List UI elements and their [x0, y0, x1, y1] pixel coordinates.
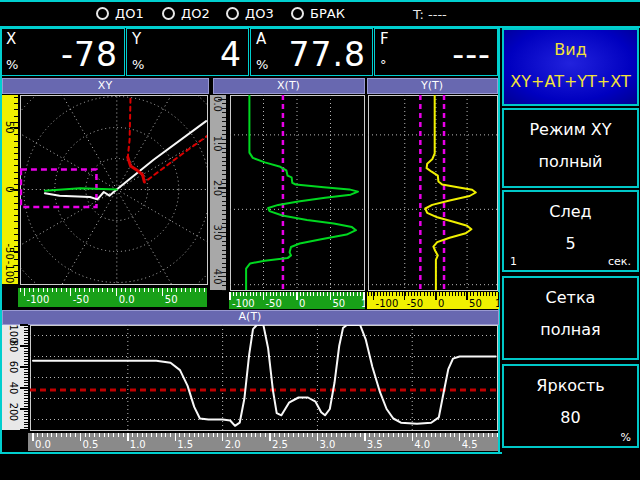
- readout-y: Y % 4: [126, 28, 249, 76]
- at-panel: A(T)1008060402000.00.51.01.52.02.53.03.5…: [0, 310, 502, 455]
- sidebar-button-view-value: XY+AT+YT+XT: [504, 72, 637, 91]
- sidebar-button-brightness[interactable]: Яркость 80 %: [502, 364, 639, 448]
- top-border-line: [0, 0, 640, 2]
- sidebar-button-brightness-title: Яркость: [504, 376, 637, 395]
- sidebar-button-view-title: Вид: [504, 40, 637, 59]
- readout-f: F ° ---: [374, 28, 498, 76]
- svg-text:40: 40: [8, 382, 19, 395]
- sidebar-button-mode-xy-value: полный: [504, 152, 637, 171]
- svg-text:3.0: 3.0: [212, 224, 223, 240]
- readout-f-value: ---: [452, 35, 491, 75]
- sidebar-button-grid[interactable]: Сетка полная: [502, 276, 639, 360]
- svg-text:1.0: 1.0: [212, 136, 223, 152]
- readout-f-name: F: [380, 30, 389, 48]
- indicator-do1: ДО1: [96, 6, 144, 21]
- at-bottom-ruler: 0.00.51.01.52.02.53.03.54.04.5: [28, 433, 498, 451]
- sidebar-button-trace-value: 5: [504, 234, 637, 253]
- svg-text:4.0: 4.0: [414, 439, 430, 450]
- svg-text:0.0: 0.0: [119, 294, 135, 305]
- svg-text:0.5: 0.5: [82, 439, 98, 450]
- svg-text:4.5: 4.5: [462, 439, 478, 450]
- xy-left-ruler: 500-50-100: [2, 95, 18, 284]
- readout-x: X % -78: [0, 28, 125, 76]
- svg-text:3.5: 3.5: [367, 439, 383, 450]
- sidebar-button-trace-min: 1: [510, 255, 517, 268]
- indicator-brak: БРАК: [291, 6, 345, 21]
- at-left-ruler: 100806040200: [2, 324, 28, 430]
- svg-text:-50: -50: [266, 298, 282, 309]
- indicator-lamp-do1-icon: [96, 7, 109, 20]
- xy-title: XY: [98, 79, 113, 92]
- indicator-label-do3: ДО3: [245, 6, 274, 21]
- svg-text:1.5: 1.5: [177, 439, 193, 450]
- svg-text:50: 50: [333, 298, 346, 309]
- svg-text:20: 20: [8, 403, 19, 416]
- sidebar-button-view[interactable]: Вид XY+AT+YT+XT: [502, 28, 639, 106]
- sidebar-button-mode-xy[interactable]: Режим XY полный: [502, 108, 639, 188]
- svg-text:50: 50: [165, 294, 178, 305]
- indicator-lamp-do3-icon: [226, 7, 239, 20]
- sidebar-button-trace[interactable]: След 5 1 сек.: [502, 190, 639, 272]
- xt-title: X(T): [277, 79, 300, 92]
- svg-text:0.0: 0.0: [212, 96, 223, 112]
- readout-a-name: A: [256, 30, 266, 48]
- sidebar-button-trace-unit: сек.: [608, 255, 631, 268]
- svg-text:0: 0: [438, 298, 444, 309]
- xt-bottom-ruler: -100-50050100: [229, 292, 366, 309]
- readout-x-unit: %: [6, 57, 18, 72]
- svg-text:-100: -100: [232, 298, 255, 309]
- svg-text:100: 100: [495, 298, 500, 309]
- svg-text:-50: -50: [407, 298, 423, 309]
- sidebar-button-brightness-value: 80: [504, 408, 637, 427]
- timer-display: T: ----: [413, 7, 447, 22]
- svg-text:0: 0: [4, 186, 15, 192]
- bottom-menu-bar: ГЕНЕРАТОР ПРИЕМНИК ИЗМЕРЕНИЕ АСД ЭКРАН: [0, 454, 640, 480]
- svg-text:1.0: 1.0: [130, 439, 146, 450]
- xy-bottom-ruler: -100-500.050: [18, 288, 207, 307]
- yt-plot-area: [368, 95, 497, 290]
- indicator-lamp-brak-icon: [291, 7, 304, 20]
- at-title: A(T): [239, 310, 262, 323]
- svg-text:3.0: 3.0: [319, 439, 335, 450]
- readout-f-unit: °: [380, 57, 387, 72]
- readout-a-unit: %: [256, 57, 268, 72]
- sidebar-button-brightness-unit: %: [621, 431, 631, 444]
- svg-text:2.0: 2.0: [225, 439, 241, 450]
- readout-y-value: 4: [220, 35, 242, 75]
- readout-y-unit: %: [132, 57, 144, 72]
- indicator-label-do2: ДО2: [181, 6, 210, 21]
- xt-time-ruler: 0.01.02.03.04.0: [210, 95, 226, 290]
- svg-text:80: 80: [8, 340, 19, 353]
- xy-panel: XY500-50-100-100-500.050: [0, 77, 210, 309]
- sidebar-button-mode-xy-title: Режим XY: [504, 120, 637, 139]
- svg-text:-50: -50: [4, 243, 15, 259]
- sidebar-button-grid-value: полная: [504, 320, 637, 339]
- readout-a: A % 77.8: [250, 28, 373, 76]
- readout-x-name: X: [6, 30, 16, 48]
- svg-text:0: 0: [299, 298, 305, 309]
- svg-text:2.5: 2.5: [272, 439, 288, 450]
- sidebar-button-grid-title: Сетка: [504, 288, 637, 307]
- yt-panel: Y(T)-100-50050100: [366, 77, 500, 309]
- svg-text:50: 50: [469, 298, 482, 309]
- svg-text:-100: -100: [27, 294, 50, 305]
- xt-panel: X(T)-100-500501000.01.02.03.04.0: [210, 77, 366, 309]
- indicator-do3: ДО3: [226, 6, 274, 21]
- svg-text:0: 0: [8, 415, 19, 421]
- svg-text:0.0: 0.0: [35, 439, 51, 450]
- svg-text:2.0: 2.0: [212, 180, 223, 196]
- svg-text:-50: -50: [73, 294, 89, 305]
- svg-text:-100: -100: [376, 298, 399, 309]
- top-status-bar: ДО1 ДО2 ДО3 БРАК T: ----: [0, 0, 640, 26]
- device-screen: ДО1 ДО2 ДО3 БРАК T: ---- X % -78 Y % 4 A…: [0, 0, 640, 480]
- yt-bottom-ruler: -100-50050100: [367, 292, 500, 309]
- svg-text:-100: -100: [4, 261, 15, 284]
- readout-x-value: -78: [61, 35, 118, 75]
- sidebar-button-trace-title: След: [504, 202, 637, 221]
- svg-text:50: 50: [4, 121, 15, 134]
- svg-text:4.0: 4.0: [212, 269, 223, 285]
- indicator-lamp-do2-icon: [162, 7, 175, 20]
- indicator-label-brak: БРАК: [310, 6, 345, 21]
- indicator-label-do1: ДО1: [115, 6, 144, 21]
- readout-a-value: 77.8: [289, 35, 366, 75]
